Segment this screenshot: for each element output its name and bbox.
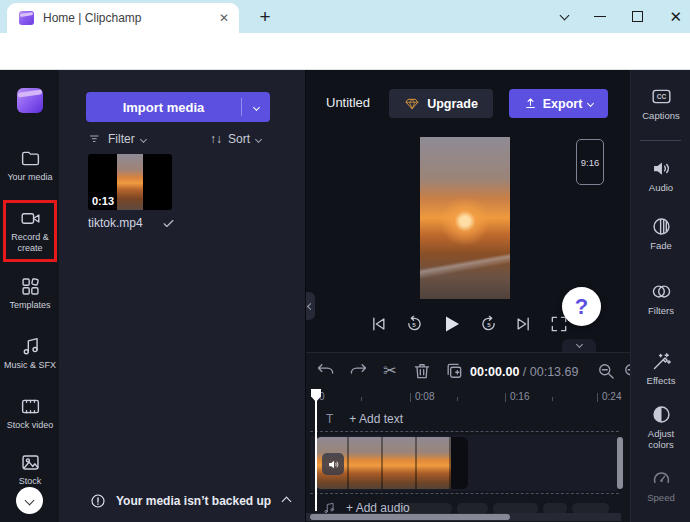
tool-adjust-colors[interactable]: Adjust colors [631,404,690,450]
sort-arrows-icon: ↑↓ [210,132,222,146]
clip-preview-image [117,154,143,210]
video-camera-icon [20,208,41,229]
tab-title: Home | Clipchamp [43,11,213,25]
sidebar-item-templates[interactable]: Templates [0,276,60,311]
speaker-icon [651,158,672,179]
window-chevron-down-icon[interactable] [560,10,570,20]
clipchamp-logo-icon[interactable] [17,88,43,113]
tool-audio[interactable]: Audio [631,158,690,193]
magic-wand-icon [651,351,672,372]
current-time: 00:00.00 [470,365,519,379]
clip-filename: tiktok.mp4 [88,216,143,230]
svg-text:5: 5 [487,321,491,328]
expand-sidebar-button[interactable] [16,487,43,514]
adjust-colors-icon [651,404,672,425]
clipchamp-editor: Your media Record & create Templates Mus… [0,70,690,522]
editor-center: Untitled Upgrade Export 9:16 5 [305,70,630,522]
timecode-display: 00:00.00 / 00:13.69 [470,365,578,379]
clip-added-check-icon [162,217,175,230]
forward-5s-icon[interactable]: 5 [479,314,499,334]
upgrade-button[interactable]: Upgrade [389,89,493,118]
browser-toolbar: app.clipchamp.com/editor/6dfa9460-33... … [0,33,690,70]
tool-speed[interactable]: Speed [631,468,690,503]
backup-notice-bar[interactable]: Your media isn’t backed up [60,493,305,509]
left-nav-rail: Your media Record & create Templates Mus… [0,70,60,522]
svg-text:CC: CC [656,93,666,100]
redo-icon[interactable] [348,361,368,381]
svg-text:5: 5 [412,321,416,328]
fade-icon [651,216,672,237]
collapse-timeline-handle[interactable] [562,339,596,352]
minimize-button[interactable] [594,16,606,17]
tool-filters[interactable]: Filters [631,281,690,316]
your-media-panel: Import media Filter ↑↓ Sort 0:13 tiktok.… [60,70,305,522]
chevron-left-icon [307,302,314,309]
delete-trash-icon[interactable] [412,361,432,381]
chevron-down-icon [587,100,594,107]
close-window-button[interactable]: ✕ [669,9,682,24]
chevron-down-icon [252,103,259,110]
project-title[interactable]: Untitled [326,95,370,110]
timeline-horizontal-scrollbar[interactable] [310,514,510,520]
clipchamp-favicon-icon [19,11,34,25]
templates-icon [20,276,41,297]
music-note-icon [20,336,41,357]
import-media-button[interactable]: Import media [86,92,270,122]
right-tools-sidebar: CC Captions Audio Fade Filters Effects [630,70,690,522]
speaker-icon [327,458,340,471]
rewind-5s-icon[interactable]: 5 [404,314,424,334]
sidebar-item-stock-video[interactable]: Stock video [0,396,60,431]
playhead-line [315,401,317,511]
ruler-tick: 0:08 [415,391,434,402]
ruler-tick: 0:24 [602,391,621,402]
chevron-down-icon [575,341,582,348]
play-button-icon[interactable] [439,312,463,336]
chevron-up-icon [282,496,292,506]
skip-to-start-icon[interactable] [368,314,388,334]
chevron-down-icon [255,135,262,142]
import-options-caret[interactable] [242,105,270,110]
sidebar-item-record-create[interactable]: Record & create [0,208,60,254]
sort-dropdown[interactable]: ↑↓ Sort [210,132,261,146]
filter-icon [88,133,102,145]
sidebar-item-your-media[interactable]: Your media [0,148,60,183]
clip-audio-toggle[interactable] [322,453,344,475]
filters-icon [651,281,672,302]
help-button[interactable]: ? [562,287,601,326]
folder-icon [20,148,41,169]
aspect-ratio-button[interactable]: 9:16 [576,139,604,185]
undo-icon[interactable] [316,361,336,381]
export-up-icon [524,97,537,110]
duplicate-clip-icon[interactable] [444,361,464,381]
video-preview[interactable] [420,137,510,299]
gem-icon [404,97,420,111]
sidebar-item-stock-images[interactable]: Stock [0,452,60,487]
ruler-tick: 0:16 [510,391,529,402]
speed-gauge-icon [651,468,672,489]
close-tab-icon[interactable]: ✕ [219,11,229,25]
tool-effects[interactable]: Effects [631,351,690,386]
sidebar-item-music-sfx[interactable]: Music & SFX [0,336,60,371]
media-clip-thumbnail[interactable]: 0:13 [88,154,172,210]
tool-captions[interactable]: CC Captions [631,86,690,121]
timeline-panel: ✂ 00:00.00 / 00:13.69 0 0:08 0:16 0:24 [306,352,631,522]
zoom-out-icon[interactable] [596,361,616,381]
chevron-down-icon [25,496,35,506]
skip-to-end-icon[interactable] [514,314,534,334]
chevron-down-icon [140,135,147,142]
total-time: 00:13.69 [530,365,579,379]
image-icon [20,452,41,473]
timeline-vertical-scrollbar[interactable] [617,437,623,489]
browser-tab[interactable]: Home | Clipchamp ✕ [7,3,239,33]
export-button[interactable]: Export [509,89,608,118]
text-track-icon: T [326,412,333,426]
split-scissors-icon[interactable]: ✂ [380,361,400,381]
app-window: Home | Clipchamp ✕ + ✕ app.clipchamp.com… [0,0,690,522]
backup-notice-text: Your media isn’t backed up [116,494,271,508]
maximize-button[interactable] [632,11,643,22]
filter-dropdown[interactable]: Filter [88,132,146,146]
new-tab-button[interactable]: + [252,4,278,30]
tool-fade[interactable]: Fade [631,216,690,251]
add-text-track[interactable]: T + Add text [306,409,631,429]
browser-tabstrip: Home | Clipchamp ✕ + ✕ [0,0,690,33]
